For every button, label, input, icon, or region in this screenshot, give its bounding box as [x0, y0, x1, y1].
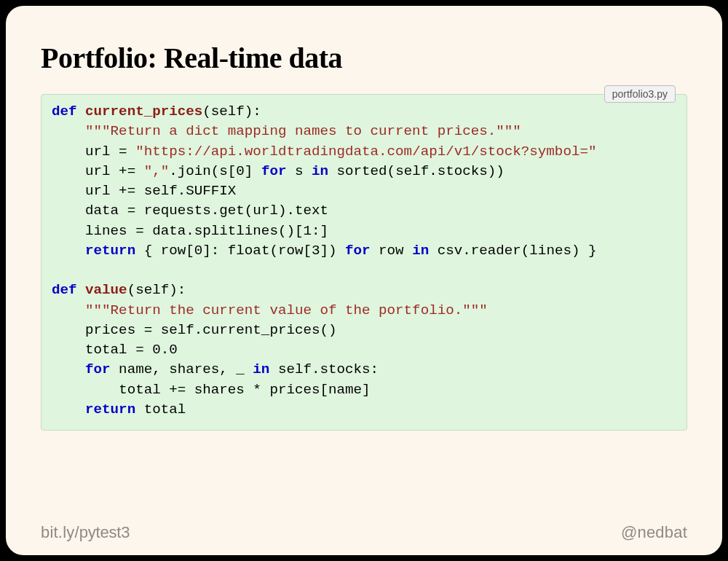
- paren-close: ):: [169, 282, 186, 298]
- kw-for: for: [345, 243, 371, 259]
- fn-name: value: [85, 282, 127, 298]
- kw-in: in: [312, 163, 328, 179]
- kw-for: for: [261, 163, 287, 179]
- code-text: :]: [312, 223, 328, 239]
- code-text: csv.reader(lines) }: [429, 243, 596, 259]
- code-text: url += self.SUFFIX: [85, 183, 236, 199]
- kw-return: return: [85, 243, 135, 259]
- code-block: def current_prices(self): """Return a di…: [41, 94, 687, 431]
- code-text: name, shares, _: [111, 361, 253, 377]
- number: 3: [312, 243, 320, 259]
- code-text: sorted(self.stocks)): [328, 163, 505, 179]
- paren-open: (: [127, 282, 136, 298]
- number: 0.0: [152, 342, 178, 358]
- footer-slug: pytest3: [79, 523, 130, 541]
- string-literal: ",": [144, 163, 170, 179]
- code-text: total: [135, 401, 186, 417]
- kw-def: def: [52, 103, 77, 119]
- kw-def: def: [52, 282, 77, 298]
- param-self: self: [135, 282, 169, 298]
- code-text: url =: [85, 144, 135, 160]
- kw-for: for: [85, 361, 111, 377]
- code-text: ]): [320, 243, 345, 259]
- footer-left: bit.ly/pytest3: [41, 523, 130, 542]
- slide: Portfolio: Real-time data portfolio3.py …: [6, 6, 722, 555]
- code-wrapper: portfolio3.py def current_prices(self): …: [41, 94, 687, 431]
- kw-in: in: [412, 243, 429, 259]
- fn-name: current_prices: [85, 103, 202, 119]
- footer: bit.ly/pytest3 @nedbat: [41, 516, 687, 542]
- code-text: total =: [85, 342, 152, 358]
- code-text: url +=: [85, 163, 144, 179]
- code-text: data = requests.get(url).text: [85, 203, 328, 219]
- code-text: ]: [245, 163, 261, 179]
- code-text: total += shares * prices[name]: [119, 382, 370, 398]
- number: 0: [194, 243, 203, 259]
- docstring: """Return the current value of the portf…: [85, 302, 488, 318]
- paren-close: ):: [245, 103, 261, 119]
- slide-title: Portfolio: Real-time data: [41, 41, 687, 75]
- docstring: """Return a dict mapping names to curren…: [85, 123, 521, 139]
- code-text: row: [371, 243, 413, 259]
- kw-return: return: [85, 401, 135, 417]
- param-self: self: [211, 103, 245, 119]
- number: 1: [303, 223, 312, 239]
- string-literal: "https://api.worldtradingdata.com/api/v1…: [135, 144, 596, 160]
- code-text: { row[: [135, 243, 194, 259]
- kw-in: in: [253, 361, 269, 377]
- footer-right: @nedbat: [621, 523, 687, 542]
- code-text: ]: float(row[: [202, 243, 312, 259]
- code-text: self.stocks:: [269, 361, 379, 377]
- footer-prefix: bit.ly/: [41, 523, 79, 541]
- filename-tab: portfolio3.py: [604, 85, 676, 103]
- code-text: lines = data.splitlines()[: [85, 223, 303, 239]
- paren-open: (: [202, 103, 211, 119]
- code-text: .join(s[: [169, 163, 236, 179]
- code-text: s: [286, 163, 312, 179]
- code-text: prices = self.current_prices(): [85, 322, 336, 338]
- number: 0: [236, 163, 245, 179]
